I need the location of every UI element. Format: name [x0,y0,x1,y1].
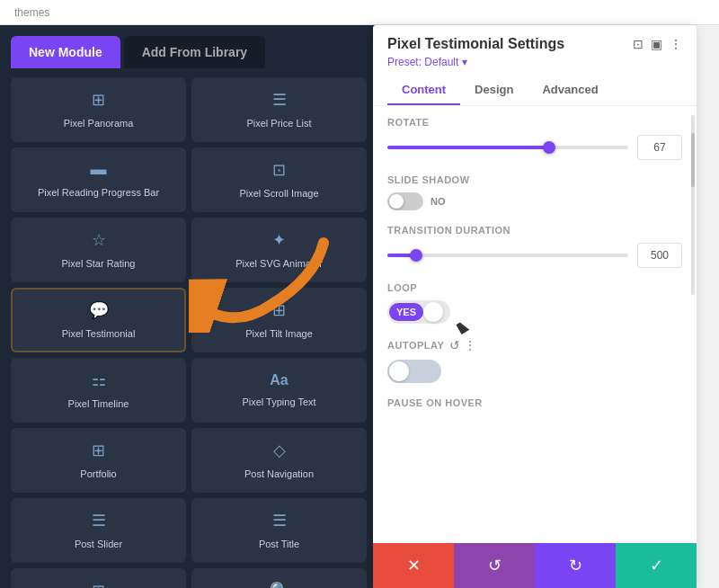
autoplay-knob [389,361,409,381]
module-label: Pixel Scroll Image [239,187,318,200]
pause-on-hover-setting: Pause on Hover [387,397,682,408]
tab-add-from-library[interactable]: Add From Library [124,36,265,68]
rotate-slider-fill [387,146,549,149]
scrollbar-thumb[interactable] [691,133,695,187]
timeline-icon: ⚏ [92,370,106,390]
module-label: Portfolio [80,468,116,480]
undo-button[interactable]: ↺ [454,543,535,588]
tab-content[interactable]: Content [387,76,460,105]
cancel-button[interactable]: ✕ [373,543,454,588]
module-item-pixel-timeline[interactable]: ⚏ Pixel Timeline [11,358,186,423]
expand-icon[interactable]: ⊡ [633,37,644,51]
module-item-pixel-testimonial[interactable]: 💬 Pixel Testimonial [11,288,186,352]
module-item-search[interactable]: 🔍 Search [191,568,367,588]
autoplay-reset-icon[interactable]: ↺ [449,338,460,352]
layout-icon[interactable]: ▣ [651,37,662,51]
autoplay-icons: ↺ ⋮ [449,338,476,352]
settings-title-row: Pixel Testimonial Settings ⊡ ▣ ⋮ [387,36,682,52]
top-bar: themes [0,0,719,25]
transition-value[interactable]: 500 [637,243,682,268]
module-label: Pixel Testimonial [62,327,136,340]
module-item-pixel-panorama[interactable]: ⊞ Pixel Panorama [11,77,186,142]
module-label: Post Slider [75,538,122,550]
panorama-icon: ⊞ [92,90,105,110]
tab-new-module[interactable]: New Module [11,36,120,68]
loop-label: Loop [387,282,682,293]
tab-design[interactable]: Design [460,76,528,105]
module-item-pixel-typing-text[interactable]: Aa Pixel Typing Text [191,358,367,423]
loop-yes-label: YES [389,303,423,321]
settings-panel: Pixel Testimonial Settings ⊡ ▣ ⋮ Preset:… [373,25,697,588]
module-item-pixel-reading-progress[interactable]: ▬ Pixel Reading Progress Bar [11,147,186,212]
settings-preset[interactable]: Preset: Default ▾ [387,56,682,68]
tilt-image-icon: ⊞ [272,300,286,320]
post-navigation-icon: ◇ [273,441,286,460]
rotate-slider-container: 67 [387,135,682,160]
module-item-post-slider[interactable]: ☰ Post Slider [11,498,186,563]
module-label: Pixel Reading Progress Bar [38,186,159,199]
module-panel: New Module Add From Library ⊞ Pixel Pano… [0,25,377,588]
confirm-button[interactable]: ✓ [616,543,697,588]
module-label: Pixel Star Rating [62,257,136,270]
loop-toggle[interactable]: YES [387,300,450,324]
module-label: Post Title [259,538,299,550]
reading-progress-icon: ▬ [91,160,107,179]
settings-title-icons: ⊡ ▣ ⋮ [633,37,682,51]
post-slider-icon: ☰ [92,511,106,530]
tab-advanced[interactable]: Advanced [528,76,612,105]
scroll-image-icon: ⊡ [272,160,286,180]
module-item-pixel-svg-animator[interactable]: ✦ Pixel SVG Animator [191,218,367,282]
module-item-post-navigation[interactable]: ◇ Post Navigation [191,428,367,493]
autoplay-more-icon[interactable]: ⋮ [464,338,476,352]
search-icon: 🔍 [270,581,289,588]
settings-tabs: Content Design Advanced [387,76,682,105]
module-item-pricing-tables[interactable]: ⊞ Pricing Tables [11,568,186,588]
more-icon[interactable]: ⋮ [670,37,682,51]
slide-shadow-setting: Slide Shadow NO [387,174,682,210]
autoplay-setting: Autoplay ↺ ⋮ [387,338,682,383]
transition-slider-container: 500 [387,243,682,268]
rotate-label: Rotate [387,117,682,128]
rotate-slider-thumb [543,141,555,154]
module-item-pixel-scroll-image[interactable]: ⊡ Pixel Scroll Image [191,147,367,212]
star-rating-icon: ☆ [92,230,106,250]
transition-slider-thumb [410,249,422,262]
typing-text-icon: Aa [270,372,288,388]
transition-slider-track[interactable] [387,254,628,257]
slide-shadow-label: Slide Shadow [387,174,682,185]
price-list-icon: ☰ [272,90,287,110]
autoplay-slider[interactable] [387,360,441,383]
loop-setting: Loop YES [387,282,682,324]
module-label: Pixel Tilt Image [245,327,313,340]
pause-on-hover-label: Pause on Hover [387,397,682,408]
slide-shadow-toggle[interactable] [387,192,423,210]
module-label: Pixel Price List [246,117,311,129]
settings-content: Rotate 67 Slide Shadow NO Transition Dur… [373,106,697,543]
slide-shadow-value: NO [431,196,446,207]
cancel-icon: ✕ [407,556,421,575]
svg-animator-icon: ✦ [272,230,286,250]
module-label: Pixel Timeline [68,397,129,410]
rotate-slider-track[interactable] [387,146,628,149]
loop-no-knob [423,302,443,322]
module-item-portfolio[interactable]: ⊞ Portfolio [11,428,186,493]
transition-duration-setting: Transition Duration 500 [387,225,682,268]
testimonial-icon: 💬 [89,300,109,320]
settings-title: Pixel Testimonial Settings [387,36,564,52]
module-item-pixel-price-list[interactable]: ☰ Pixel Price List [191,77,367,142]
module-tabs: New Module Add From Library [0,25,377,68]
scrollbar[interactable] [691,115,695,295]
redo-icon: ↻ [569,556,582,575]
settings-header: Pixel Testimonial Settings ⊡ ▣ ⋮ Preset:… [373,25,697,106]
module-item-post-title[interactable]: ☰ Post Title [191,498,367,563]
rotate-value[interactable]: 67 [637,135,682,160]
confirm-icon: ✓ [650,556,663,575]
module-item-pixel-star-rating[interactable]: ☆ Pixel Star Rating [11,218,186,282]
autoplay-row: Autoplay ↺ ⋮ [387,338,682,352]
toggle-knob [389,194,404,209]
module-label: Pixel SVG Animator [235,257,323,270]
top-bar-label: themes [14,6,49,19]
redo-button[interactable]: ↻ [535,543,616,588]
module-item-pixel-tilt-image[interactable]: ⊞ Pixel Tilt Image [191,288,367,352]
autoplay-label: Autoplay [387,340,444,351]
